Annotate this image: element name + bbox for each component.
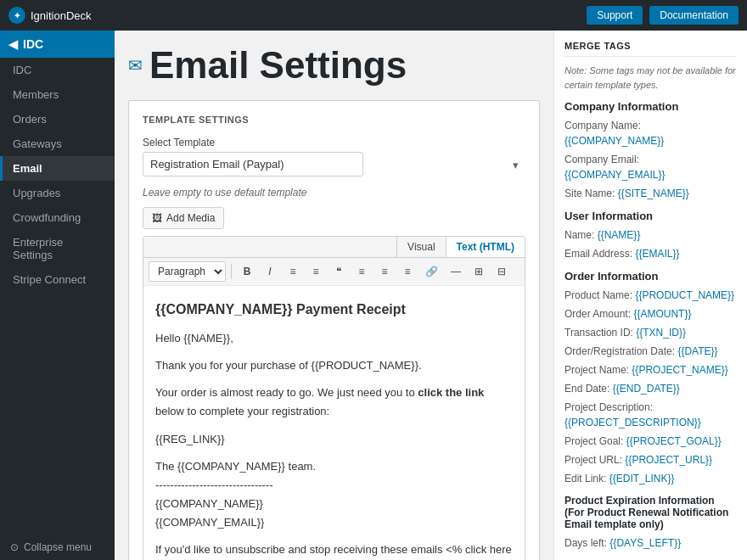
merge-tags-note: Note: Some tags may not be available for… [564, 64, 737, 92]
paragraph-select[interactable]: Paragraph [149, 261, 226, 282]
page-title: Email Settings [149, 44, 407, 87]
merge-tag: {{PRODUCT_NAME}} [635, 289, 734, 301]
merge-item: Order Amount: {{AMOUNT}} [564, 306, 737, 322]
content-area: ✉ Email Settings TEMPLATE SETTINGS Selec… [115, 31, 747, 560]
sidebar-item-orders[interactable]: Orders [0, 107, 115, 132]
merge-item: Project URL: {{PROJECT_URL}} [564, 452, 737, 468]
brand-label: IgnitionDeck [31, 9, 92, 22]
sidebar-item-email-label: Email [13, 162, 42, 175]
main-layout: ◀ IDC IDC Members Orders Gateways Email … [0, 31, 747, 560]
merge-section-user: User Information Name: {{NAME}} Email Ad… [564, 210, 737, 261]
merge-section-expiration: Product Expiration Information (For Prod… [564, 495, 737, 551]
merge-item: Company Email: {{COMPANY_EMAIL}} [564, 152, 737, 182]
editor-toolbar: Paragraph B I ≡ ≡ ❝ ≡ ≡ ≡ 🔗 — ⊞ [143, 258, 525, 286]
merge-item: Project Name: {{PROJECT_NAME}} [564, 362, 737, 378]
section-title: TEMPLATE SETTINGS [143, 115, 525, 125]
editor-tabs: Visual Text (HTML) [143, 237, 525, 258]
merge-item: Edit Link: {{EDIT_LINK}} [564, 471, 737, 486]
ul-button[interactable]: ≡ [306, 262, 326, 281]
merge-section-order: Order Information Product Name: {{PRODUC… [564, 270, 737, 486]
merge-tag: {{TXN_ID}} [636, 327, 686, 339]
merge-section-user-title: User Information [564, 210, 737, 222]
tab-visual[interactable]: Visual [396, 237, 445, 257]
collapse-menu[interactable]: ⊙ Collapse menu [0, 535, 115, 560]
editor-unsubscribe: If you'd like to unsubscribe and stop re… [155, 540, 513, 560]
support-button[interactable]: Support [587, 6, 643, 25]
ol-button[interactable]: ≡ [283, 262, 303, 281]
add-media-icon: 🖼 [152, 212, 162, 224]
top-bar-actions: Support Documentation [587, 6, 739, 25]
sidebar-item-enterprise-label: Enterprise Settings [13, 236, 104, 261]
toolbar-sep-1 [231, 264, 232, 279]
page-title-icon: ✉ [128, 55, 143, 76]
blockquote-button[interactable]: ❝ [329, 262, 349, 281]
top-bar: ✦ IgnitionDeck Support Documentation [0, 0, 747, 31]
merge-section-company-title: Company Information [564, 100, 737, 113]
merge-tag: {{END_DATE}} [613, 383, 680, 395]
sidebar: ◀ IDC IDC Members Orders Gateways Email … [0, 31, 115, 560]
sidebar-item-idc-label: IDC [13, 64, 31, 76]
table-button[interactable]: ⊞ [469, 262, 489, 281]
merge-section-company: Company Information Company Name: {{COMP… [564, 100, 737, 201]
sidebar-item-upgrades-label: Upgrades [13, 187, 60, 199]
merge-tag: {{SITE_NAME}} [618, 188, 689, 199]
documentation-button[interactable]: Documentation [649, 6, 739, 25]
merge-tag: {{PROJECT_NAME}} [632, 364, 727, 376]
merge-tag: {{PROJECT_URL}} [625, 454, 712, 466]
add-media-label: Add Media [166, 212, 215, 224]
merge-item: Days left: {{DAYS_LEFT}} [564, 535, 737, 551]
editor-heading: {{COMPANY_NAME}} Payment Receipt [155, 298, 513, 321]
align-right-button[interactable]: ≡ [397, 262, 418, 281]
template-select[interactable]: Registration Email (Paypal) [143, 152, 363, 176]
collapse-icon: ⊙ [10, 541, 19, 553]
sidebar-item-crowdfunding[interactable]: Crowdfunding [0, 205, 115, 230]
merge-item: Name: {{NAME}} [564, 227, 737, 243]
merge-tag: {{NAME}} [598, 229, 641, 241]
sidebar-item-crowdfunding-label: Crowdfunding [13, 211, 81, 224]
editor-line1: Hello {{NAME}}, [155, 329, 513, 348]
sidebar-item-email[interactable]: Email [0, 156, 115, 181]
merge-item: Email Address: {{EMAIL}} [564, 246, 737, 261]
merge-item: Transaction ID: {{TXN_ID}} [564, 325, 737, 340]
merge-item: Company Name: {{COMPANY_NAME}} [564, 118, 737, 148]
merge-item: Site Name: {{SITE_NAME}} [564, 186, 737, 201]
sidebar-item-stripe[interactable]: Stripe Connect [0, 267, 115, 292]
merge-tag: {{EDIT_LINK}} [609, 473, 675, 484]
merge-panel: MERGE TAGS Note: Some tags may not be av… [553, 31, 747, 560]
sidebar-item-upgrades[interactable]: Upgrades [0, 181, 115, 205]
sidebar-brand-icon: ◀ [8, 37, 18, 51]
merge-item: Product Name: {{PRODUCT_NAME}} [564, 288, 737, 303]
merge-tag: {{PROJECT_GOAL}} [626, 435, 722, 447]
sidebar-brand-label: IDC [23, 37, 43, 51]
select-arrow-icon: ▾ [513, 158, 519, 171]
sidebar-item-members[interactable]: Members [0, 82, 115, 107]
sidebar-item-idc[interactable]: IDC [0, 58, 115, 82]
link-button[interactable]: 🔗 [420, 262, 443, 281]
fullscreen-button[interactable]: ⊟ [491, 262, 512, 281]
sidebar-item-gateways-label: Gateways [13, 137, 62, 150]
align-center-button[interactable]: ≡ [374, 262, 395, 281]
merge-tag: {{AMOUNT}} [633, 308, 691, 320]
italic-button[interactable]: I [260, 262, 280, 281]
merge-item: Order/Registration Date: {{DATE}} [564, 344, 737, 359]
sidebar-brand[interactable]: ◀ IDC [0, 31, 115, 58]
bold-button[interactable]: B [237, 262, 257, 281]
merge-item: Project Goal: {{PROJECT_GOAL}} [564, 434, 737, 449]
merge-item: End Date: {{END_DATE}} [564, 381, 737, 396]
hr-button[interactable]: — [446, 262, 466, 281]
sidebar-item-enterprise[interactable]: Enterprise Settings [0, 230, 115, 267]
merge-tags-title: MERGE TAGS [564, 41, 737, 57]
editor-bold-text: click the link [418, 386, 484, 399]
align-left-button[interactable]: ≡ [351, 262, 372, 281]
merge-tag: {{DATE}} [677, 345, 717, 357]
template-select-wrapper: Registration Email (Paypal) ▾ [143, 152, 525, 176]
sidebar-item-gateways[interactable]: Gateways [0, 132, 115, 156]
select-label: Select Template [143, 137, 525, 148]
editor-body[interactable]: {{COMPANY_NAME}} Payment Receipt Hello {… [143, 286, 525, 560]
add-media-button[interactable]: 🖼 Add Media [143, 207, 224, 229]
main-panel: ✉ Email Settings TEMPLATE SETTINGS Selec… [115, 31, 553, 560]
editor-line2: Thank you for your purchase of {{PRODUCT… [155, 356, 513, 375]
editor-line3: Your order is almost ready to go. We jus… [155, 384, 513, 421]
settings-card: TEMPLATE SETTINGS Select Template Regist… [128, 100, 540, 560]
tab-html[interactable]: Text (HTML) [446, 237, 525, 257]
